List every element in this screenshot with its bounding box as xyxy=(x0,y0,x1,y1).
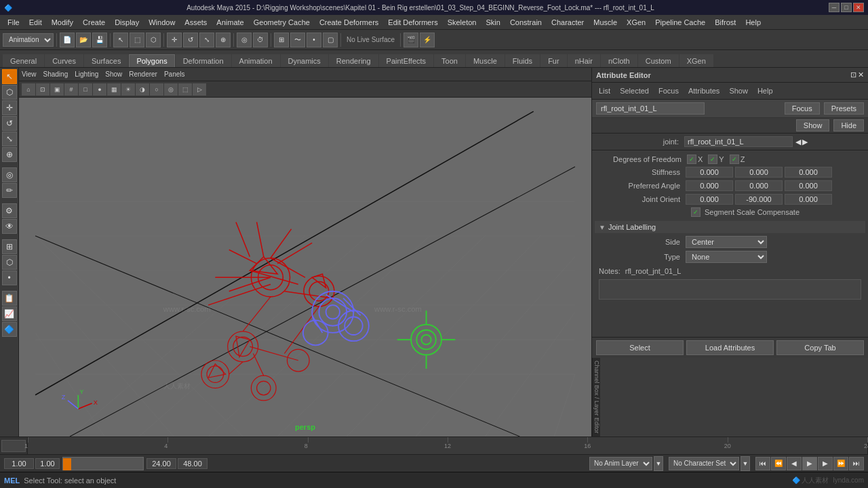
paint-sel-mode-btn[interactable]: ⬡ xyxy=(2,85,17,100)
menu-item-display[interactable]: Display xyxy=(110,17,144,28)
tab-nhair[interactable]: nHair xyxy=(568,54,600,67)
char-set-select[interactable]: No Character Set xyxy=(669,457,739,470)
tab-ncloth[interactable]: nCloth xyxy=(601,54,637,67)
anim-layer-select[interactable]: No Anim Layer xyxy=(589,457,652,470)
menu-item-help[interactable]: Help xyxy=(741,17,766,28)
next-key-btn[interactable]: ⏩ xyxy=(833,457,848,470)
move-mode-btn[interactable]: ✛ xyxy=(2,100,17,115)
tab-custom[interactable]: Custom xyxy=(638,54,679,67)
close-button[interactable]: ✕ xyxy=(853,3,864,12)
maximize-button[interactable]: □ xyxy=(841,3,852,12)
tab-toon[interactable]: Toon xyxy=(434,54,465,67)
scale-btn[interactable]: ⤡ xyxy=(199,33,214,47)
attr-panel-close-btn[interactable]: ✕ xyxy=(858,70,864,79)
timeline[interactable]: 1 14812162024 xyxy=(0,436,868,454)
playblast-btn[interactable]: ▷ xyxy=(193,83,206,96)
lighting-menu[interactable]: Lighting xyxy=(75,70,98,78)
smooth-shade-btn[interactable]: ● xyxy=(93,83,106,96)
go-end-btn[interactable]: ⏭ xyxy=(849,457,864,470)
dof-z-checkbox[interactable]: ✓ xyxy=(730,155,739,164)
renderer-menu[interactable]: Renderer xyxy=(129,70,157,78)
joint-navigate-btn1[interactable]: ◀ xyxy=(795,138,801,146)
soft-mod-btn[interactable]: ◎ xyxy=(237,33,252,47)
frame-number-display[interactable]: 1 xyxy=(1,440,26,452)
paint-sel-btn[interactable]: ⬡ xyxy=(146,33,161,47)
seg-scale-checkbox[interactable]: ✓ xyxy=(691,207,701,217)
joint-navigate-btn2[interactable]: ▶ xyxy=(802,138,808,146)
type-select[interactable]: None xyxy=(686,251,767,263)
prev-key-btn[interactable]: ⏪ xyxy=(771,457,786,470)
x-ray-btn[interactable]: ○ xyxy=(150,83,163,96)
snap-curve-btn[interactable]: 〜 xyxy=(290,33,305,47)
menu-item-xgen[interactable]: XGen xyxy=(622,17,650,28)
shading-menu[interactable]: Shading xyxy=(43,70,68,78)
show-menu[interactable]: Show xyxy=(105,70,122,78)
outliner-btn[interactable]: 📋 xyxy=(2,291,17,306)
snap-pt-btn[interactable]: • xyxy=(307,33,321,47)
scrubber-handle[interactable] xyxy=(63,458,71,470)
graph-editor-btn[interactable]: 📈 xyxy=(2,306,17,321)
show-button[interactable]: Show xyxy=(796,119,830,131)
lights-btn[interactable]: ☀ xyxy=(121,83,135,96)
menu-item-assets[interactable]: Assets xyxy=(180,17,212,28)
char-set-arrow[interactable]: ▼ xyxy=(741,456,750,471)
menu-item-skeleton[interactable]: Skeleton xyxy=(443,17,481,28)
tab-polygons[interactable]: Polygons xyxy=(129,54,174,67)
frame-sel-btn[interactable]: ▣ xyxy=(50,83,64,96)
tab-dynamics[interactable]: Dynamics xyxy=(281,54,328,67)
time-end-input[interactable] xyxy=(178,458,208,469)
menu-item-muscle[interactable]: Muscle xyxy=(589,17,622,28)
tab-painteffects[interactable]: PaintEffects xyxy=(379,54,434,67)
attr-tab-focus[interactable]: Focus xyxy=(656,85,682,96)
menu-item-geometry-cache[interactable]: Geometry Cache xyxy=(249,17,315,28)
jo-z-input[interactable] xyxy=(785,194,832,205)
select-bottom-button[interactable]: Select xyxy=(596,340,684,355)
rotate-mode-btn[interactable]: ↺ xyxy=(2,116,17,131)
wireframe-btn[interactable]: □ xyxy=(79,83,92,96)
render-btn[interactable]: 🎬 xyxy=(403,33,418,47)
tab-muscle[interactable]: Muscle xyxy=(466,54,505,67)
play-btn[interactable]: ▶ xyxy=(802,457,817,470)
menu-item-animate[interactable]: Animate xyxy=(212,17,248,28)
jo-x-input[interactable] xyxy=(686,194,733,205)
move-btn[interactable]: ✛ xyxy=(167,33,182,47)
copy-tab-button[interactable]: Copy Tab xyxy=(776,340,864,355)
load-attributes-button[interactable]: Load Attributes xyxy=(686,340,774,355)
menu-item-character[interactable]: Character xyxy=(547,17,589,28)
universal-mode-btn[interactable]: ⊕ xyxy=(2,147,17,162)
menu-item-create[interactable]: Create xyxy=(78,17,110,28)
joint-field-input[interactable] xyxy=(684,136,793,147)
menu-item-skin[interactable]: Skin xyxy=(481,17,505,28)
menu-item-edit-deformers[interactable]: Edit Deformers xyxy=(383,17,442,28)
anim-layer-arrow[interactable]: ▼ xyxy=(654,456,663,471)
select-mode-btn[interactable]: ↖ xyxy=(2,69,17,84)
focus-button[interactable]: Focus xyxy=(785,102,820,115)
side-select[interactable]: Center xyxy=(686,236,767,248)
hypershade-btn[interactable]: 🔷 xyxy=(2,322,17,337)
lasso-btn[interactable]: ⬚ xyxy=(130,33,144,47)
snap-grid-btn[interactable]: ⊞ xyxy=(274,33,289,47)
jo-y-input[interactable] xyxy=(735,194,783,205)
attr-tab-attributes[interactable]: Attributes xyxy=(686,85,722,96)
pref-y-input[interactable] xyxy=(735,180,783,191)
texture-btn[interactable]: ▦ xyxy=(107,83,121,96)
tab-general[interactable]: General xyxy=(3,54,44,67)
prev-frame-btn[interactable]: ◀ xyxy=(787,457,802,470)
frame-all-btn[interactable]: ⊡ xyxy=(36,83,50,96)
pref-x-input[interactable] xyxy=(686,180,733,191)
presets-button[interactable]: Presets xyxy=(824,102,864,115)
stiffness-z-input[interactable] xyxy=(785,167,832,178)
viewport[interactable]: View Shading Lighting Show Renderer Pane… xyxy=(19,68,591,436)
universal-btn[interactable]: ⊕ xyxy=(216,33,231,47)
go-start-btn[interactable]: ⏮ xyxy=(755,457,770,470)
menu-item-bifrost[interactable]: Bifrost xyxy=(710,17,741,28)
scrubber-bar[interactable] xyxy=(62,457,144,470)
stiffness-x-input[interactable] xyxy=(686,167,733,178)
isolate-btn[interactable]: ◎ xyxy=(164,83,178,96)
attr-tab-show[interactable]: Show xyxy=(726,85,751,96)
tab-xgen[interactable]: XGen xyxy=(679,54,713,67)
scale-mode-btn[interactable]: ⤡ xyxy=(2,131,17,146)
tab-fluids[interactable]: Fluids xyxy=(505,54,540,67)
dof-y-checkbox[interactable]: ✓ xyxy=(708,155,717,164)
new-scene-btn[interactable]: 📄 xyxy=(60,33,75,47)
